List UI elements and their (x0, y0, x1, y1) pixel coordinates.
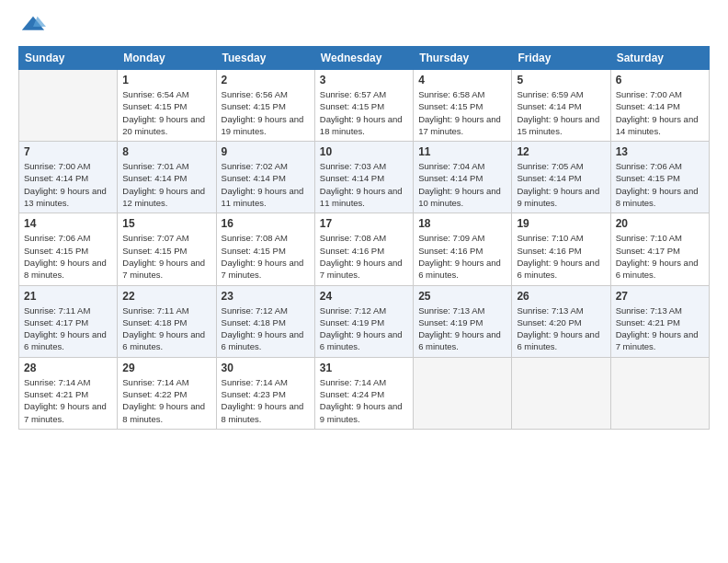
day-number: 7 (24, 145, 112, 158)
calendar-cell: 15Sunrise: 7:07 AMSunset: 4:15 PMDayligh… (118, 213, 216, 285)
calendar-cell: 2Sunrise: 6:56 AMSunset: 4:15 PMDaylight… (216, 70, 314, 142)
day-info: Sunrise: 7:14 AMSunset: 4:24 PMDaylight:… (320, 376, 408, 425)
day-number: 11 (418, 145, 506, 158)
day-info: Sunrise: 7:03 AMSunset: 4:14 PMDaylight:… (320, 160, 408, 209)
day-info: Sunrise: 7:13 AMSunset: 4:20 PMDaylight:… (517, 304, 605, 353)
header (18, 15, 710, 37)
calendar-cell: 29Sunrise: 7:14 AMSunset: 4:22 PMDayligh… (118, 357, 216, 429)
calendar-cell: 21Sunrise: 7:11 AMSunset: 4:17 PMDayligh… (19, 285, 118, 357)
day-info: Sunrise: 7:00 AMSunset: 4:14 PMDaylight:… (616, 88, 704, 137)
calendar-cell: 24Sunrise: 7:12 AMSunset: 4:19 PMDayligh… (314, 285, 413, 357)
calendar-cell: 10Sunrise: 7:03 AMSunset: 4:14 PMDayligh… (314, 142, 413, 213)
calendar-cell: 16Sunrise: 7:08 AMSunset: 4:15 PMDayligh… (216, 213, 314, 285)
day-number: 5 (517, 74, 605, 86)
day-number: 9 (222, 145, 310, 158)
day-number: 30 (222, 362, 310, 374)
calendar-cell: 20Sunrise: 7:10 AMSunset: 4:17 PMDayligh… (610, 213, 709, 285)
day-info: Sunrise: 7:13 AMSunset: 4:21 PMDaylight:… (616, 304, 704, 353)
day-number: 16 (222, 217, 310, 230)
calendar-cell (610, 357, 709, 429)
day-number: 2 (222, 74, 310, 86)
day-number: 6 (616, 74, 704, 86)
calendar-cell: 8Sunrise: 7:01 AMSunset: 4:14 PMDaylight… (118, 142, 216, 213)
calendar-week-1: 1Sunrise: 6:54 AMSunset: 4:15 PMDaylight… (19, 70, 710, 142)
day-info: Sunrise: 7:12 AMSunset: 4:18 PMDaylight:… (222, 304, 310, 353)
calendar-cell: 1Sunrise: 6:54 AMSunset: 4:15 PMDaylight… (118, 70, 216, 142)
day-info: Sunrise: 7:08 AMSunset: 4:16 PMDaylight:… (320, 232, 408, 281)
calendar-cell: 12Sunrise: 7:05 AMSunset: 4:14 PMDayligh… (512, 142, 610, 213)
day-info: Sunrise: 7:04 AMSunset: 4:14 PMDaylight:… (418, 160, 506, 209)
calendar-header-monday: Monday (118, 47, 216, 70)
calendar-cell: 9Sunrise: 7:02 AMSunset: 4:14 PMDaylight… (216, 142, 314, 213)
day-number: 10 (320, 145, 408, 158)
day-info: Sunrise: 7:07 AMSunset: 4:15 PMDaylight:… (122, 232, 210, 281)
day-number: 13 (616, 145, 704, 158)
calendar-cell: 5Sunrise: 6:59 AMSunset: 4:14 PMDaylight… (512, 70, 610, 142)
calendar-cell: 18Sunrise: 7:09 AMSunset: 4:16 PMDayligh… (414, 213, 512, 285)
day-info: Sunrise: 7:00 AMSunset: 4:14 PMDaylight:… (24, 160, 112, 209)
calendar-cell: 17Sunrise: 7:08 AMSunset: 4:16 PMDayligh… (314, 213, 413, 285)
day-number: 1 (122, 74, 210, 86)
page: SundayMondayTuesdayWednesdayThursdayFrid… (0, 0, 728, 563)
day-number: 25 (418, 290, 506, 303)
day-info: Sunrise: 7:10 AMSunset: 4:16 PMDaylight:… (517, 232, 605, 281)
day-info: Sunrise: 6:54 AMSunset: 4:15 PMDaylight:… (122, 88, 210, 137)
day-info: Sunrise: 7:06 AMSunset: 4:15 PMDaylight:… (616, 160, 704, 209)
day-number: 18 (418, 217, 506, 230)
calendar-cell (512, 357, 610, 429)
calendar-cell: 22Sunrise: 7:11 AMSunset: 4:18 PMDayligh… (118, 285, 216, 357)
day-info: Sunrise: 7:06 AMSunset: 4:15 PMDaylight:… (24, 232, 112, 281)
day-number: 27 (616, 290, 704, 303)
day-number: 17 (320, 217, 408, 230)
calendar-cell (19, 70, 118, 142)
calendar-cell: 31Sunrise: 7:14 AMSunset: 4:24 PMDayligh… (314, 357, 413, 429)
calendar-cell: 28Sunrise: 7:14 AMSunset: 4:21 PMDayligh… (19, 357, 118, 429)
day-number: 3 (320, 74, 408, 86)
day-number: 8 (122, 145, 210, 158)
day-info: Sunrise: 7:02 AMSunset: 4:14 PMDaylight:… (222, 160, 310, 209)
day-number: 24 (320, 290, 408, 303)
calendar-cell (414, 357, 512, 429)
calendar-cell: 26Sunrise: 7:13 AMSunset: 4:20 PMDayligh… (512, 285, 610, 357)
day-info: Sunrise: 7:05 AMSunset: 4:14 PMDaylight:… (517, 160, 605, 209)
day-info: Sunrise: 6:56 AMSunset: 4:15 PMDaylight:… (222, 88, 310, 137)
day-number: 21 (24, 290, 112, 303)
calendar-cell: 3Sunrise: 6:57 AMSunset: 4:15 PMDaylight… (314, 70, 413, 142)
day-info: Sunrise: 7:14 AMSunset: 4:21 PMDaylight:… (24, 376, 112, 425)
calendar-cell: 25Sunrise: 7:13 AMSunset: 4:19 PMDayligh… (414, 285, 512, 357)
calendar-cell: 23Sunrise: 7:12 AMSunset: 4:18 PMDayligh… (216, 285, 314, 357)
calendar-cell: 11Sunrise: 7:04 AMSunset: 4:14 PMDayligh… (414, 142, 512, 213)
calendar-cell: 19Sunrise: 7:10 AMSunset: 4:16 PMDayligh… (512, 213, 610, 285)
day-info: Sunrise: 7:14 AMSunset: 4:22 PMDaylight:… (122, 376, 210, 425)
day-number: 19 (517, 217, 605, 230)
calendar-week-4: 21Sunrise: 7:11 AMSunset: 4:17 PMDayligh… (19, 285, 710, 357)
calendar-cell: 14Sunrise: 7:06 AMSunset: 4:15 PMDayligh… (19, 213, 118, 285)
calendar-header-thursday: Thursday (414, 47, 512, 70)
calendar-cell: 27Sunrise: 7:13 AMSunset: 4:21 PMDayligh… (610, 285, 709, 357)
day-number: 22 (122, 290, 210, 303)
day-number: 31 (320, 362, 408, 374)
calendar-header-friday: Friday (512, 47, 610, 70)
day-info: Sunrise: 7:10 AMSunset: 4:17 PMDaylight:… (616, 232, 704, 281)
day-number: 29 (122, 362, 210, 374)
calendar-header-row: SundayMondayTuesdayWednesdayThursdayFrid… (19, 47, 710, 70)
calendar-week-5: 28Sunrise: 7:14 AMSunset: 4:21 PMDayligh… (19, 357, 710, 429)
day-number: 12 (517, 145, 605, 158)
day-info: Sunrise: 7:14 AMSunset: 4:23 PMDaylight:… (222, 376, 310, 425)
day-number: 23 (222, 290, 310, 303)
day-number: 20 (616, 217, 704, 230)
calendar-cell: 7Sunrise: 7:00 AMSunset: 4:14 PMDaylight… (19, 142, 118, 213)
day-info: Sunrise: 7:09 AMSunset: 4:16 PMDaylight:… (418, 232, 506, 281)
calendar-header-wednesday: Wednesday (314, 47, 413, 70)
day-info: Sunrise: 7:11 AMSunset: 4:17 PMDaylight:… (24, 304, 112, 353)
calendar-header-tuesday: Tuesday (216, 47, 314, 70)
calendar-cell: 13Sunrise: 7:06 AMSunset: 4:15 PMDayligh… (610, 142, 709, 213)
calendar-week-2: 7Sunrise: 7:00 AMSunset: 4:14 PMDaylight… (19, 142, 710, 213)
calendar-cell: 6Sunrise: 7:00 AMSunset: 4:14 PMDaylight… (610, 70, 709, 142)
day-info: Sunrise: 7:13 AMSunset: 4:19 PMDaylight:… (418, 304, 506, 353)
day-number: 26 (517, 290, 605, 303)
calendar-header-sunday: Sunday (19, 47, 118, 70)
day-info: Sunrise: 6:58 AMSunset: 4:15 PMDaylight:… (418, 88, 506, 137)
day-number: 28 (24, 362, 112, 374)
day-info: Sunrise: 6:57 AMSunset: 4:15 PMDaylight:… (320, 88, 408, 137)
